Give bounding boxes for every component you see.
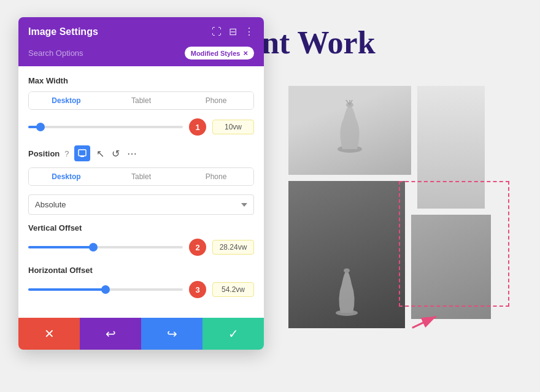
image-collage (264, 86, 509, 350)
step-badge-1: 1 (189, 118, 206, 136)
columns-icon[interactable]: ⊟ (229, 26, 237, 37)
svg-line-8 (412, 311, 436, 333)
collage-image-1 (288, 86, 411, 175)
max-width-slider[interactable] (28, 125, 183, 129)
save-icon: ✓ (228, 326, 239, 341)
redo-button[interactable]: ↪ (141, 318, 202, 350)
position-device-tabs: Desktop Tablet Phone (28, 167, 254, 186)
tab-tablet-maxwidth[interactable]: Tablet (104, 92, 179, 109)
panel-body: Max Width Desktop Tablet Phone 1 10vw Po… (18, 66, 264, 318)
more-icon[interactable]: ⋮ (244, 26, 254, 37)
collage-image-3 (288, 181, 405, 328)
search-bar: Modified Styles × (18, 46, 264, 66)
horizontal-offset-slider-row: 3 54.2vw (28, 281, 254, 298)
max-width-device-tabs: Desktop Tablet Phone (28, 91, 254, 110)
position-help-icon[interactable]: ? (64, 149, 69, 158)
expand-icon[interactable]: ⛶ (212, 26, 222, 37)
tab-desktop-maxwidth[interactable]: Desktop (29, 92, 104, 109)
position-label: Position (28, 149, 60, 158)
more-options-icon[interactable]: ⋯ (126, 147, 138, 161)
vertical-offset-label: Vertical Offset (28, 223, 254, 233)
modified-badge-text: Modified Styles (191, 50, 241, 57)
reset-icon[interactable]: ↺ (110, 147, 121, 161)
position-device-icon[interactable] (74, 145, 90, 161)
cancel-button[interactable]: ✕ (18, 318, 80, 350)
search-input[interactable] (28, 46, 180, 60)
panel-title: Image Settings (28, 26, 98, 37)
vertical-offset-slider-row: 2 28.24vw (28, 239, 254, 256)
redo-icon: ↪ (167, 326, 177, 341)
bottom-toolbar: ✕ ↩ ↪ ✓ (18, 318, 264, 350)
max-width-label: Max Width (28, 76, 254, 85)
slider-track-1 (28, 126, 183, 128)
horizontal-offset-label: Horizontal Offset (28, 266, 254, 275)
image-settings-panel: Image Settings ⛶ ⊟ ⋮ Modified Styles × M… (18, 17, 264, 350)
horizontal-offset-value[interactable]: 54.2vw (212, 282, 254, 297)
step-badge-3: 3 (189, 281, 206, 298)
cursor-icon[interactable]: ↖ (95, 147, 106, 161)
svg-rect-9 (79, 150, 86, 156)
max-width-value[interactable]: 10vw (212, 120, 254, 134)
vertical-offset-value[interactable]: 28.24vw (212, 240, 254, 255)
selection-box (399, 181, 509, 307)
tab-desktop-position[interactable]: Desktop (29, 168, 104, 185)
slider-fill-3 (28, 288, 106, 291)
tab-phone-position[interactable]: Phone (179, 168, 253, 185)
horizontal-offset-slider[interactable] (28, 288, 183, 291)
position-row: Position ? ↖ ↺ ⋯ (28, 145, 254, 161)
header-icons: ⛶ ⊟ ⋮ (212, 26, 254, 37)
slider-thumb-1[interactable] (36, 123, 45, 131)
tab-tablet-position[interactable]: Tablet (104, 168, 179, 185)
undo-button[interactable]: ↩ (80, 318, 141, 350)
cancel-icon: ✕ (44, 326, 55, 341)
slider-track-2 (28, 246, 183, 248)
max-width-slider-row: 1 10vw (28, 118, 254, 136)
save-button[interactable]: ✓ (202, 318, 264, 350)
vertical-offset-slider[interactable] (28, 245, 183, 249)
undo-icon: ↩ (106, 326, 116, 341)
step-badge-2: 2 (189, 239, 206, 256)
panel-header: Image Settings ⛶ ⊟ ⋮ (18, 17, 264, 46)
tab-phone-maxwidth[interactable]: Phone (179, 92, 253, 109)
modified-badge: Modified Styles × (185, 47, 254, 60)
svg-point-6 (344, 269, 350, 273)
slider-thumb-3[interactable] (101, 285, 110, 294)
svg-rect-10 (80, 156, 84, 157)
position-dropdown[interactable]: Absolute Relative Fixed Static (28, 194, 254, 215)
slider-thumb-2[interactable] (89, 243, 98, 252)
modified-badge-close[interactable]: × (243, 48, 248, 58)
slider-fill-2 (28, 246, 93, 248)
